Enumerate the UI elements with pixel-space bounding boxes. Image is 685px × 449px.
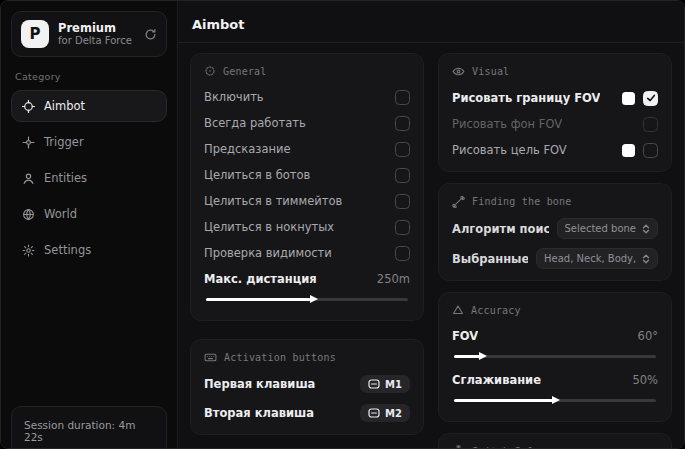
stopwatch-icon [452,445,465,449]
activation-card: Activation buttons Первая клавиша M1 [190,339,424,435]
section-title: Visual [472,66,509,77]
toggle-row-bots: Целиться в ботов [204,165,410,185]
sidebar-item-world[interactable]: World [11,198,167,230]
sidebar-item-settings[interactable]: Settings [11,234,167,266]
fov-value: 60° [638,329,658,343]
sidebar-item-label: Entities [44,171,87,185]
slider-fill [454,399,553,402]
general-card: General Включить Всегда работать Предска… [190,53,424,321]
sidebar-item-trigger[interactable]: Trigger [11,126,167,158]
max-distance-slider[interactable] [206,293,408,305]
visual-card: Visual Рисовать границу FOV Рисовать фон… [438,53,672,172]
smoothing-label: Сглаживание [452,373,541,387]
keybind-value: M2 [385,408,402,419]
checkbox[interactable] [643,143,658,158]
bone-icon [452,195,465,208]
sidebar-item-entities[interactable]: Entities [11,162,167,194]
trigger-icon [22,136,35,149]
toggle-row-teammates: Целиться в тиммейтов [204,191,410,211]
checkbox[interactable] [395,168,410,183]
bone-algorithm-row: Алгоритм поиска костей Selected bone [452,218,658,239]
selected-bones-row: Выбранные кости Head, Neck, Body, Pe.. [452,248,658,269]
unfold-icon [642,224,650,234]
section-title: Activation buttons [224,352,336,363]
keybind-row-primary: Первая клавиша M1 [204,374,410,394]
bone-card: Finding the bone Алгоритм поиска костей … [438,183,672,281]
brand-subtitle: for Delta Force [58,35,135,48]
selected-bones-select[interactable]: Head, Neck, Body, Pe.. [536,248,658,269]
section-title: Accuracy [471,305,521,316]
gear-icon [22,244,35,257]
sidebar-item-label: Aimbot [44,99,85,113]
mouse-icon [368,379,380,389]
mouse-icon [368,408,380,418]
sidebar-item-label: Trigger [44,135,84,149]
max-distance-value: 250m [377,272,410,286]
keyboard-icon [204,351,217,364]
slider-fill [206,298,311,301]
sidebar: P Premium for Delta Force Category Aimbo… [1,1,178,448]
keybind-row-secondary: Вторая клавиша M2 [204,403,410,423]
globe-icon [22,208,35,221]
main-content: Aimbot General Включить [178,1,684,448]
bone-algorithm-select[interactable]: Selected bone [557,218,658,239]
checkbox[interactable] [395,142,410,157]
switch-delay-card: Switch Delay Задержка переключения Задер… [438,433,672,449]
checkbox[interactable] [395,90,410,105]
checkbox[interactable] [395,116,410,131]
fov-label: FOV [452,329,478,343]
section-title: Finding the bone [472,196,572,207]
checkbox[interactable] [395,220,410,235]
keybind-value: M1 [385,379,402,390]
toggle-row-prediction: Предсказание [204,139,410,159]
crosshair-icon [22,100,35,113]
refresh-icon[interactable] [144,28,157,41]
sidebar-item-label: World [44,207,77,221]
sidebar-item-aimbot[interactable]: Aimbot [11,90,167,122]
keybind-button-primary[interactable]: M1 [360,375,410,393]
brand-card: P Premium for Delta Force [11,11,167,57]
toggle-row-knocked: Целиться в нокнутых [204,217,410,237]
section-title: General [223,66,267,77]
keybind-button-secondary[interactable]: M2 [360,404,410,422]
eye-icon [452,65,465,78]
visual-row-fov-target: Рисовать цель FOV [452,140,658,160]
accuracy-card: Accuracy FOV 60° Сглаживание 50% [438,292,672,422]
toggle-row-always: Всегда работать [204,113,410,133]
toggle-row-enable: Включить [204,87,410,107]
app-window: P Premium for Delta Force Category Aimbo… [0,0,685,449]
category-label: Category [15,71,163,82]
checkbox[interactable] [395,246,410,261]
unfold-icon [642,254,650,264]
max-distance-label: Макс. дистанция [204,272,317,286]
brand-title: Premium [58,21,135,35]
session-card: Session duration: 4m 22s [11,406,167,449]
triangle-icon [452,304,464,316]
slider-fill [454,355,480,358]
smoothing-value: 50% [632,373,658,387]
toggle-row-visibility: Проверка видимости [204,243,410,263]
page-header: Aimbot [178,1,684,43]
entities-icon [22,172,35,185]
session-duration: Session duration: 4m 22s [24,419,154,443]
visual-row-fov-background: Рисовать фон FOV [452,114,658,134]
scan-icon [204,65,216,77]
visual-row-fov-border: Рисовать границу FOV [452,88,658,108]
sidebar-item-label: Settings [44,243,91,257]
checkbox[interactable] [643,91,658,106]
page-title: Aimbot [192,17,245,32]
brand-logo: P [21,20,49,48]
color-swatch[interactable] [622,144,635,157]
smoothing-slider[interactable] [454,394,656,406]
fov-slider[interactable] [454,350,656,362]
checkbox[interactable] [395,194,410,209]
color-swatch[interactable] [622,92,635,105]
checkbox[interactable] [643,117,658,132]
